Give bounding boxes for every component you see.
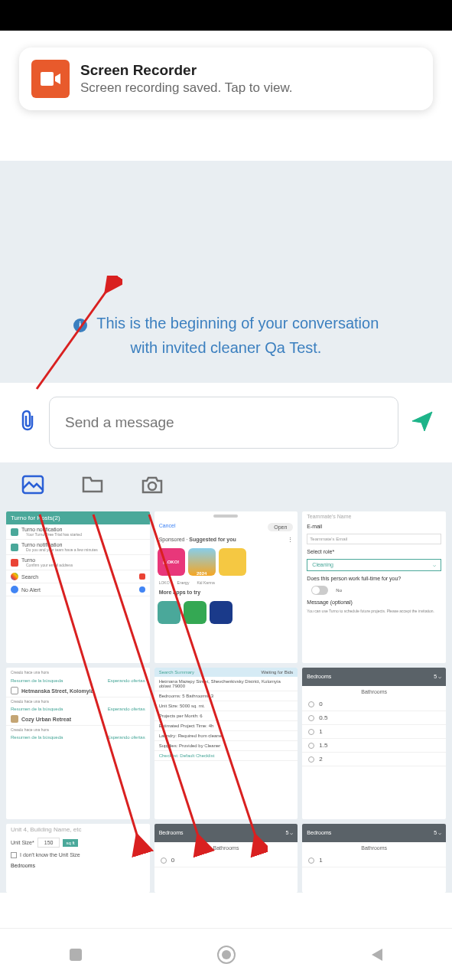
banner-line2: with invited cleaner Qa Test. — [131, 335, 322, 360]
info-icon: i — [73, 318, 87, 332]
recent-screenshots-grid: Turno for Hosts(2) Turno notificationYou… — [0, 507, 452, 893]
notification-subtitle: Screen recording saved. Tap to view. — [80, 80, 421, 96]
thumbnail-2[interactable]: CancelOpen Sponsored · Suggested for you… — [154, 511, 298, 663]
send-icon[interactable] — [408, 407, 437, 439]
back-button[interactable] — [366, 943, 389, 966]
thumbnail-7[interactable]: Unit 4, Building Name, etc Unit Size*150… — [6, 824, 150, 893]
svg-point-9 — [222, 950, 231, 959]
camera-icon[interactable] — [141, 473, 164, 496]
attachment-toolbar — [0, 462, 452, 507]
status-bar — [0, 0, 452, 31]
recents-button[interactable] — [64, 943, 87, 966]
message-composer — [0, 383, 452, 462]
banner-line1: This is the beginning of your conversati… — [96, 315, 379, 332]
system-nav-bar — [0, 928, 452, 980]
thumbnail-5[interactable]: Search SummaryWaiting for Bids Hetmana M… — [154, 668, 298, 819]
message-input[interactable] — [49, 397, 398, 449]
thumbnail-4[interactable]: Creado hace una hora Resumen de la búsqu… — [6, 668, 150, 819]
gallery-icon[interactable] — [21, 473, 44, 496]
thumbnail-1[interactable]: Turno for Hosts(2) Turno notificationYou… — [6, 511, 150, 663]
attachment-icon[interactable] — [15, 407, 40, 439]
svg-rect-0 — [41, 72, 54, 86]
thumbnail-3[interactable]: Teammate's Name E-mail Teammate's Email … — [302, 511, 446, 663]
home-button[interactable] — [215, 943, 238, 966]
folder-icon[interactable] — [81, 473, 104, 496]
thumbnail-8[interactable]: Bedrooms5 ⌵ Bathrooms 0 — [154, 824, 298, 893]
notification-title: Screen Recorder — [80, 62, 421, 79]
svg-rect-7 — [70, 949, 82, 961]
thumbnail-9[interactable]: Bedrooms5 ⌵ Bathrooms 1 — [302, 824, 446, 893]
svg-point-2 — [148, 482, 156, 490]
camera-icon — [31, 60, 70, 98]
thumbnail-6[interactable]: Bedrooms5 ⌵ Bathrooms 0 0.5 1 1.5 2 — [302, 668, 446, 819]
conversation-start-banner: i This is the beginning of your conversa… — [0, 161, 452, 383]
notification-content: Screen Recorder Screen recording saved. … — [80, 62, 421, 96]
notification-toast[interactable]: Screen Recorder Screen recording saved. … — [19, 47, 433, 110]
